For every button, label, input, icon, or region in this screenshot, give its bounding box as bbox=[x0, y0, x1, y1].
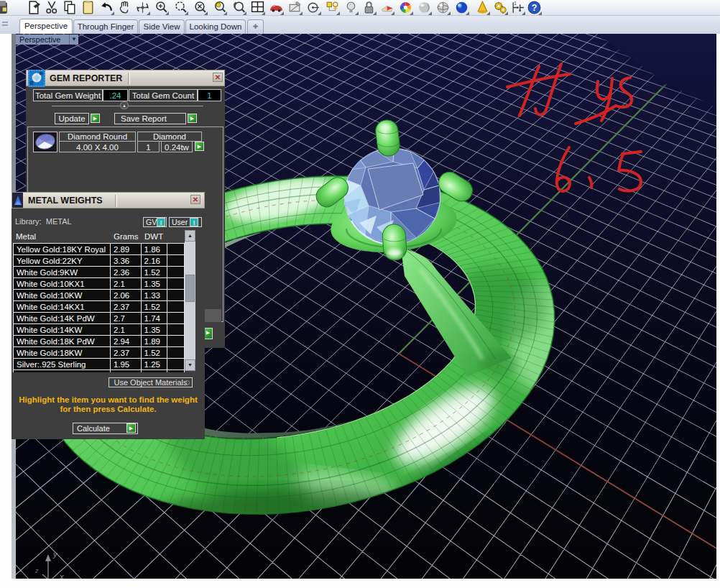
svg-text:1: 1 bbox=[514, 1, 517, 6]
svg-text:x: x bbox=[59, 572, 64, 579]
svg-text:z: z bbox=[34, 567, 39, 574]
svg-text:?: ? bbox=[532, 3, 537, 13]
